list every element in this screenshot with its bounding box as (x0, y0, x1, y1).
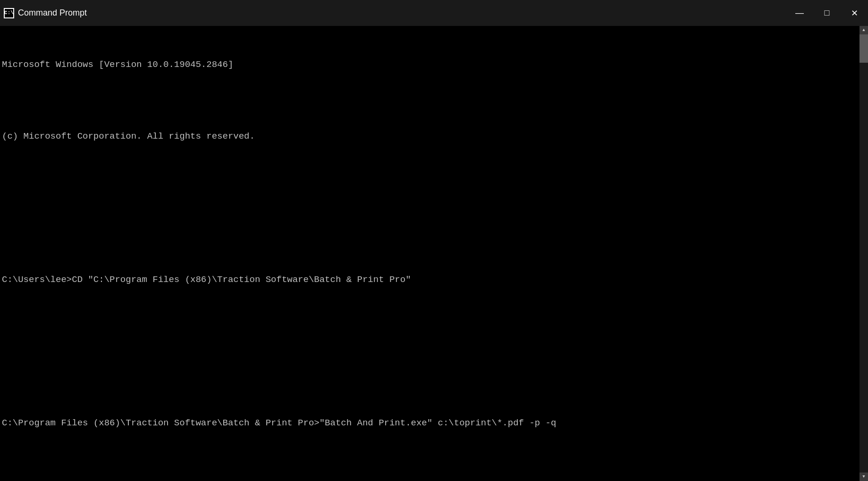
terminal-content[interactable]: Microsoft Windows [Version 10.0.19045.28… (0, 26, 860, 481)
scrollbar: ▲ ▼ (860, 26, 868, 481)
terminal-line-2: (c) Microsoft Corporation. All rights re… (2, 129, 858, 143)
terminal-line-3 (2, 201, 858, 215)
terminal-line-1: Microsoft Windows [Version 10.0.19045.28… (2, 58, 858, 72)
cmd-icon-label: C:\ (4, 10, 14, 16)
close-button[interactable]: ✕ (841, 0, 868, 26)
window-title: Command Prompt (18, 8, 87, 18)
scrollbar-track[interactable] (860, 34, 868, 473)
title-bar-controls: — □ ✕ (786, 0, 868, 26)
title-bar: C:\ Command Prompt — □ ✕ (0, 0, 868, 26)
scrollbar-thumb[interactable] (860, 34, 868, 63)
maximize-button[interactable]: □ (813, 0, 841, 26)
terminal-line-5 (2, 344, 858, 358)
cmd-icon: C:\ (4, 8, 14, 18)
terminal-line-6: C:\Program Files (x86)\Traction Software… (2, 416, 858, 430)
scrollbar-down-button[interactable]: ▼ (860, 473, 868, 481)
title-bar-left: C:\ Command Prompt (4, 8, 87, 18)
content-area: Microsoft Windows [Version 10.0.19045.28… (0, 26, 868, 481)
command-prompt-window: C:\ Command Prompt — □ ✕ Microsoft Windo… (0, 0, 868, 481)
minimize-button[interactable]: — (786, 0, 813, 26)
terminal-line-4: C:\Users\lee>CD "C:\Program Files (x86)\… (2, 273, 858, 287)
scrollbar-up-button[interactable]: ▲ (860, 26, 868, 34)
